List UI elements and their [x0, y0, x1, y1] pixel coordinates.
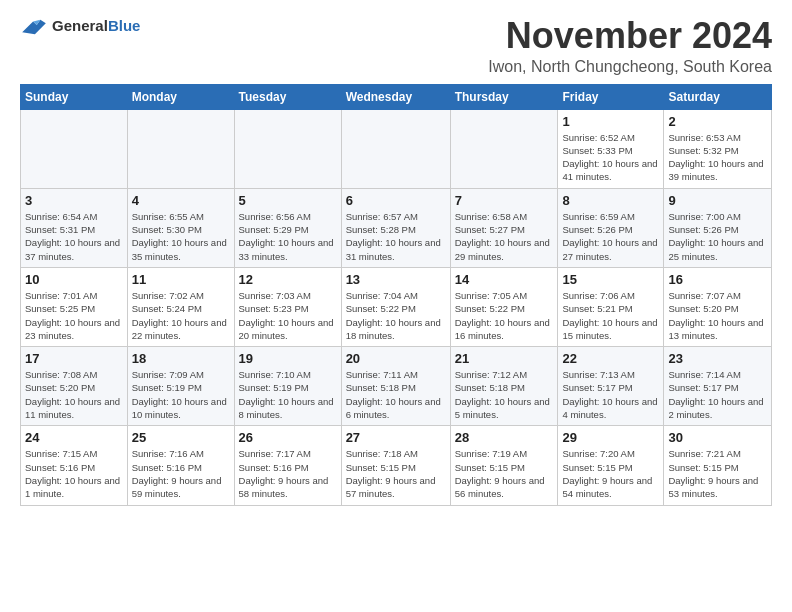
month-title: November 2024 [488, 16, 772, 56]
day-info: Sunrise: 6:59 AM Sunset: 5:26 PM Dayligh… [562, 210, 659, 263]
table-row: 10Sunrise: 7:01 AM Sunset: 5:25 PM Dayli… [21, 267, 128, 346]
col-tuesday: Tuesday [234, 84, 341, 109]
table-row: 2Sunrise: 6:53 AM Sunset: 5:32 PM Daylig… [664, 109, 772, 188]
table-row: 15Sunrise: 7:06 AM Sunset: 5:21 PM Dayli… [558, 267, 664, 346]
calendar-header-row: Sunday Monday Tuesday Wednesday Thursday… [21, 84, 772, 109]
table-row: 27Sunrise: 7:18 AM Sunset: 5:15 PM Dayli… [341, 426, 450, 505]
day-number: 16 [668, 272, 767, 287]
day-info: Sunrise: 7:14 AM Sunset: 5:17 PM Dayligh… [668, 368, 767, 421]
day-info: Sunrise: 7:01 AM Sunset: 5:25 PM Dayligh… [25, 289, 123, 342]
table-row [127, 109, 234, 188]
day-number: 10 [25, 272, 123, 287]
day-number: 22 [562, 351, 659, 366]
table-row: 3Sunrise: 6:54 AM Sunset: 5:31 PM Daylig… [21, 188, 128, 267]
col-wednesday: Wednesday [341, 84, 450, 109]
col-monday: Monday [127, 84, 234, 109]
calendar-week-row: 24Sunrise: 7:15 AM Sunset: 5:16 PM Dayli… [21, 426, 772, 505]
calendar-table: Sunday Monday Tuesday Wednesday Thursday… [20, 84, 772, 506]
table-row: 18Sunrise: 7:09 AM Sunset: 5:19 PM Dayli… [127, 347, 234, 426]
day-info: Sunrise: 6:56 AM Sunset: 5:29 PM Dayligh… [239, 210, 337, 263]
day-number: 24 [25, 430, 123, 445]
day-number: 6 [346, 193, 446, 208]
day-info: Sunrise: 7:04 AM Sunset: 5:22 PM Dayligh… [346, 289, 446, 342]
day-number: 21 [455, 351, 554, 366]
col-sunday: Sunday [21, 84, 128, 109]
day-info: Sunrise: 7:20 AM Sunset: 5:15 PM Dayligh… [562, 447, 659, 500]
day-info: Sunrise: 7:05 AM Sunset: 5:22 PM Dayligh… [455, 289, 554, 342]
table-row: 1Sunrise: 6:52 AM Sunset: 5:33 PM Daylig… [558, 109, 664, 188]
day-info: Sunrise: 6:57 AM Sunset: 5:28 PM Dayligh… [346, 210, 446, 263]
day-number: 5 [239, 193, 337, 208]
col-thursday: Thursday [450, 84, 558, 109]
table-row: 29Sunrise: 7:20 AM Sunset: 5:15 PM Dayli… [558, 426, 664, 505]
table-row [234, 109, 341, 188]
table-row: 21Sunrise: 7:12 AM Sunset: 5:18 PM Dayli… [450, 347, 558, 426]
page: GeneralBlue November 2024 Iwon, North Ch… [0, 0, 792, 522]
day-info: Sunrise: 7:06 AM Sunset: 5:21 PM Dayligh… [562, 289, 659, 342]
day-info: Sunrise: 7:00 AM Sunset: 5:26 PM Dayligh… [668, 210, 767, 263]
table-row: 24Sunrise: 7:15 AM Sunset: 5:16 PM Dayli… [21, 426, 128, 505]
day-info: Sunrise: 7:12 AM Sunset: 5:18 PM Dayligh… [455, 368, 554, 421]
table-row: 17Sunrise: 7:08 AM Sunset: 5:20 PM Dayli… [21, 347, 128, 426]
day-number: 23 [668, 351, 767, 366]
day-number: 26 [239, 430, 337, 445]
day-number: 13 [346, 272, 446, 287]
table-row: 6Sunrise: 6:57 AM Sunset: 5:28 PM Daylig… [341, 188, 450, 267]
day-info: Sunrise: 7:19 AM Sunset: 5:15 PM Dayligh… [455, 447, 554, 500]
day-number: 1 [562, 114, 659, 129]
day-info: Sunrise: 7:10 AM Sunset: 5:19 PM Dayligh… [239, 368, 337, 421]
table-row: 5Sunrise: 6:56 AM Sunset: 5:29 PM Daylig… [234, 188, 341, 267]
day-number: 17 [25, 351, 123, 366]
table-row: 30Sunrise: 7:21 AM Sunset: 5:15 PM Dayli… [664, 426, 772, 505]
day-number: 18 [132, 351, 230, 366]
day-info: Sunrise: 7:08 AM Sunset: 5:20 PM Dayligh… [25, 368, 123, 421]
table-row [21, 109, 128, 188]
day-number: 9 [668, 193, 767, 208]
header: GeneralBlue November 2024 Iwon, North Ch… [20, 16, 772, 76]
table-row: 11Sunrise: 7:02 AM Sunset: 5:24 PM Dayli… [127, 267, 234, 346]
day-info: Sunrise: 6:52 AM Sunset: 5:33 PM Dayligh… [562, 131, 659, 184]
table-row: 22Sunrise: 7:13 AM Sunset: 5:17 PM Dayli… [558, 347, 664, 426]
day-info: Sunrise: 7:15 AM Sunset: 5:16 PM Dayligh… [25, 447, 123, 500]
logo-text: GeneralBlue [52, 17, 140, 35]
table-row: 26Sunrise: 7:17 AM Sunset: 5:16 PM Dayli… [234, 426, 341, 505]
day-number: 27 [346, 430, 446, 445]
logo: GeneralBlue [20, 16, 140, 36]
table-row: 13Sunrise: 7:04 AM Sunset: 5:22 PM Dayli… [341, 267, 450, 346]
day-info: Sunrise: 7:02 AM Sunset: 5:24 PM Dayligh… [132, 289, 230, 342]
day-number: 2 [668, 114, 767, 129]
day-number: 14 [455, 272, 554, 287]
logo-blue: Blue [108, 17, 141, 34]
table-row: 19Sunrise: 7:10 AM Sunset: 5:19 PM Dayli… [234, 347, 341, 426]
day-number: 15 [562, 272, 659, 287]
calendar-week-row: 1Sunrise: 6:52 AM Sunset: 5:33 PM Daylig… [21, 109, 772, 188]
table-row: 8Sunrise: 6:59 AM Sunset: 5:26 PM Daylig… [558, 188, 664, 267]
day-info: Sunrise: 6:55 AM Sunset: 5:30 PM Dayligh… [132, 210, 230, 263]
table-row: 12Sunrise: 7:03 AM Sunset: 5:23 PM Dayli… [234, 267, 341, 346]
logo-area: GeneralBlue [20, 16, 140, 36]
calendar-week-row: 3Sunrise: 6:54 AM Sunset: 5:31 PM Daylig… [21, 188, 772, 267]
day-info: Sunrise: 7:17 AM Sunset: 5:16 PM Dayligh… [239, 447, 337, 500]
table-row [450, 109, 558, 188]
day-number: 28 [455, 430, 554, 445]
day-info: Sunrise: 7:16 AM Sunset: 5:16 PM Dayligh… [132, 447, 230, 500]
table-row: 16Sunrise: 7:07 AM Sunset: 5:20 PM Dayli… [664, 267, 772, 346]
day-info: Sunrise: 7:07 AM Sunset: 5:20 PM Dayligh… [668, 289, 767, 342]
table-row: 25Sunrise: 7:16 AM Sunset: 5:16 PM Dayli… [127, 426, 234, 505]
col-friday: Friday [558, 84, 664, 109]
calendar-week-row: 17Sunrise: 7:08 AM Sunset: 5:20 PM Dayli… [21, 347, 772, 426]
day-info: Sunrise: 6:53 AM Sunset: 5:32 PM Dayligh… [668, 131, 767, 184]
day-number: 12 [239, 272, 337, 287]
table-row: 9Sunrise: 7:00 AM Sunset: 5:26 PM Daylig… [664, 188, 772, 267]
table-row: 14Sunrise: 7:05 AM Sunset: 5:22 PM Dayli… [450, 267, 558, 346]
table-row: 23Sunrise: 7:14 AM Sunset: 5:17 PM Dayli… [664, 347, 772, 426]
logo-general: General [52, 17, 108, 34]
table-row: 7Sunrise: 6:58 AM Sunset: 5:27 PM Daylig… [450, 188, 558, 267]
table-row: 20Sunrise: 7:11 AM Sunset: 5:18 PM Dayli… [341, 347, 450, 426]
day-info: Sunrise: 7:13 AM Sunset: 5:17 PM Dayligh… [562, 368, 659, 421]
table-row [341, 109, 450, 188]
day-number: 3 [25, 193, 123, 208]
day-info: Sunrise: 6:54 AM Sunset: 5:31 PM Dayligh… [25, 210, 123, 263]
day-number: 25 [132, 430, 230, 445]
day-number: 11 [132, 272, 230, 287]
